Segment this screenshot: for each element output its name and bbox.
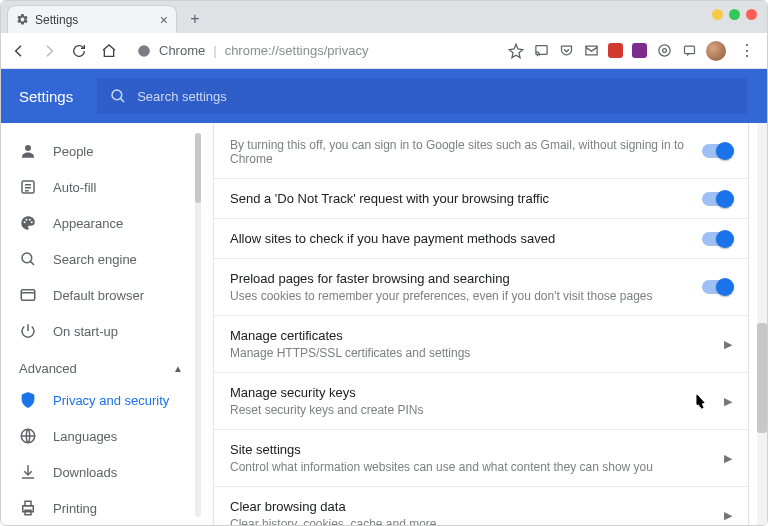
url-text: chrome://settings/privacy xyxy=(225,43,369,58)
address-bar[interactable]: Chrome | chrome://settings/privacy xyxy=(129,37,498,65)
main-scrollbar-thumb[interactable] xyxy=(757,323,767,433)
row-secondary: Manage HTTPS/SSL certificates and settin… xyxy=(230,346,712,360)
toggle-dnt[interactable] xyxy=(702,192,732,206)
sidebar-item-label: Languages xyxy=(53,429,117,444)
row-do-not-track[interactable]: Send a 'Do Not Track' request with your … xyxy=(214,178,748,218)
svg-point-10 xyxy=(26,219,28,221)
row-primary: Clear browsing data xyxy=(230,499,712,514)
maximize-icon[interactable] xyxy=(729,9,740,20)
printer-icon xyxy=(19,499,37,517)
extension-eye-icon[interactable] xyxy=(656,43,672,59)
svg-rect-17 xyxy=(25,501,31,506)
toggle-signin[interactable] xyxy=(702,144,732,158)
svg-point-12 xyxy=(31,221,33,223)
row-secondary: Clear history, cookies, cache and more xyxy=(230,517,712,526)
minimize-icon[interactable] xyxy=(712,9,723,20)
sidebar-advanced-toggle[interactable]: Advanced ▲ xyxy=(1,349,201,382)
sidebar-item-label: Printing xyxy=(53,501,97,516)
globe-icon xyxy=(19,427,37,445)
extension-purple-icon[interactable] xyxy=(632,43,647,58)
palette-icon xyxy=(19,214,37,232)
row-manage-certificates[interactable]: Manage certificates Manage HTTPS/SSL cer… xyxy=(214,315,748,372)
svg-point-13 xyxy=(22,253,32,263)
toolbar-actions: ⋮ xyxy=(508,41,759,61)
row-signin-truncated[interactable]: By turning this off, you can sign in to … xyxy=(214,123,748,178)
close-window-icon[interactable] xyxy=(746,9,757,20)
sidebar-item-printing[interactable]: Printing xyxy=(1,490,201,526)
forward-button[interactable] xyxy=(39,43,59,59)
reload-button[interactable] xyxy=(69,43,89,59)
sidebar-item-languages[interactable]: Languages xyxy=(1,418,201,454)
toggle-payment[interactable] xyxy=(702,232,732,246)
sidebar-item-autofill[interactable]: Auto-fill xyxy=(1,169,201,205)
sidebar-item-appearance[interactable]: Appearance xyxy=(1,205,201,241)
svg-rect-5 xyxy=(684,46,694,54)
chevron-right-icon: ▶ xyxy=(724,395,732,408)
sidebar-item-search-engine[interactable]: Search engine xyxy=(1,241,201,277)
star-icon[interactable] xyxy=(508,43,524,59)
settings-sidebar: People Auto-fill Appearance Search engin… xyxy=(1,123,201,526)
window-controls xyxy=(712,9,757,20)
browser-tab[interactable]: Settings × xyxy=(7,5,177,33)
close-tab-icon[interactable]: × xyxy=(160,12,168,28)
new-tab-button[interactable]: + xyxy=(183,7,207,31)
svg-point-3 xyxy=(658,45,669,56)
pocket-icon[interactable] xyxy=(558,43,574,59)
row-primary: Send a 'Do Not Track' request with your … xyxy=(230,191,690,206)
sidebar-item-label: On start-up xyxy=(53,324,118,339)
svg-point-11 xyxy=(29,219,31,221)
cast-icon[interactable] xyxy=(533,43,549,59)
sidebar-item-label: People xyxy=(53,144,93,159)
search-settings-input[interactable] xyxy=(97,78,747,114)
search-icon xyxy=(19,250,37,268)
site-info-icon[interactable] xyxy=(137,44,151,58)
url-scheme: Chrome xyxy=(159,43,205,58)
mail-icon[interactable] xyxy=(583,43,599,59)
extension-chat-icon[interactable] xyxy=(681,43,697,59)
settings-title: Settings xyxy=(19,88,73,105)
gear-icon xyxy=(16,13,29,26)
profile-avatar[interactable] xyxy=(706,41,726,61)
row-secondary: By turning this off, you can sign in to … xyxy=(230,138,690,166)
svg-point-4 xyxy=(662,49,666,53)
sidebar-item-label: Search engine xyxy=(53,252,137,267)
row-preload[interactable]: Preload pages for faster browsing and se… xyxy=(214,258,748,315)
sidebar-item-people[interactable]: People xyxy=(1,133,201,169)
row-primary: Manage security keys xyxy=(230,385,712,400)
tab-strip: Settings × + xyxy=(1,1,767,33)
sidebar-item-privacy-security[interactable]: Privacy and security xyxy=(1,382,201,418)
settings-main: By turning this off, you can sign in to … xyxy=(201,123,767,526)
row-manage-security-keys[interactable]: Manage security keys Reset security keys… xyxy=(214,372,748,429)
row-clear-browsing-data[interactable]: Clear browsing data Clear history, cooki… xyxy=(214,486,748,526)
sidebar-item-label: Downloads xyxy=(53,465,117,480)
sidebar-advanced-label: Advanced xyxy=(19,361,77,376)
sidebar-item-label: Auto-fill xyxy=(53,180,96,195)
search-settings-wrap xyxy=(97,78,747,114)
toggle-preload[interactable] xyxy=(702,280,732,294)
svg-point-6 xyxy=(112,90,122,100)
sidebar-item-label: Default browser xyxy=(53,288,144,303)
privacy-card: By turning this off, you can sign in to … xyxy=(213,123,749,526)
url-separator: | xyxy=(213,43,216,58)
chevron-right-icon: ▶ xyxy=(724,509,732,522)
chevron-right-icon: ▶ xyxy=(724,338,732,351)
row-primary: Preload pages for faster browsing and se… xyxy=(230,271,690,286)
svg-rect-1 xyxy=(535,46,546,55)
browser-toolbar: Chrome | chrome://settings/privacy ⋮ xyxy=(1,33,767,69)
shield-icon xyxy=(19,391,37,409)
tab-title: Settings xyxy=(35,13,78,27)
extension-red-icon[interactable] xyxy=(608,43,623,58)
back-button[interactable] xyxy=(9,43,29,59)
sidebar-item-downloads[interactable]: Downloads xyxy=(1,454,201,490)
svg-point-9 xyxy=(24,221,26,223)
home-button[interactable] xyxy=(99,43,119,59)
sidebar-item-default-browser[interactable]: Default browser xyxy=(1,277,201,313)
browser-menu-button[interactable]: ⋮ xyxy=(735,41,759,60)
row-payment-check[interactable]: Allow sites to check if you have payment… xyxy=(214,218,748,258)
sidebar-item-on-startup[interactable]: On start-up xyxy=(1,313,201,349)
settings-header: Settings xyxy=(1,69,767,123)
svg-point-0 xyxy=(138,45,150,57)
row-primary: Allow sites to check if you have payment… xyxy=(230,231,690,246)
chevron-right-icon: ▶ xyxy=(724,452,732,465)
row-site-settings[interactable]: Site settings Control what information w… xyxy=(214,429,748,486)
